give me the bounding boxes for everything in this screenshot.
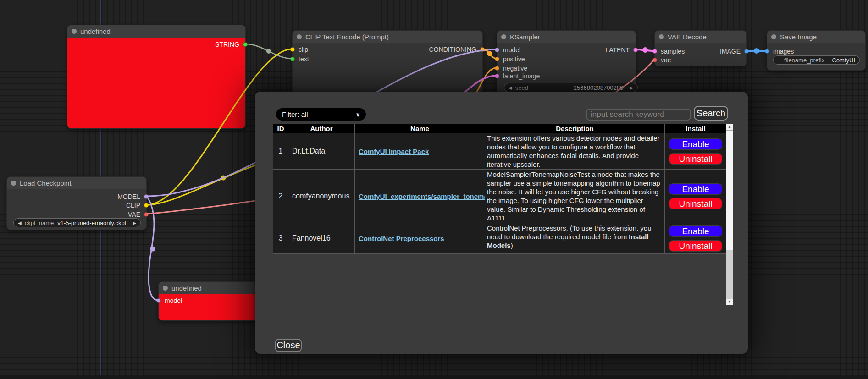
extension-link[interactable]: ComfyUI_experiments/sampler_tonemap xyxy=(359,192,485,200)
output-conditioning[interactable]: CONDITIONING xyxy=(429,46,482,53)
enable-button[interactable]: Enable xyxy=(669,183,722,195)
port-label: clip xyxy=(299,46,308,53)
extension-link[interactable]: ControlNet Preprocessors xyxy=(359,235,444,242)
input-model[interactable]: model xyxy=(497,46,520,54)
port-label: model xyxy=(503,46,520,54)
node-title-bar[interactable]: undefined xyxy=(67,25,245,38)
port-dot-image[interactable] xyxy=(744,49,749,54)
close-button[interactable]: Close xyxy=(275,339,302,352)
search-button[interactable]: Search xyxy=(694,106,728,121)
output-clip[interactable]: CLIP xyxy=(126,202,146,209)
node-title-bar[interactable]: VAE Decode xyxy=(655,31,746,43)
widget-increment-icon[interactable]: ▶ xyxy=(630,85,633,90)
input-clip[interactable]: clip xyxy=(293,46,308,53)
port-dot-model-out[interactable] xyxy=(144,194,149,199)
collapse-dot-icon[interactable] xyxy=(163,286,168,291)
port-dot-model[interactable] xyxy=(156,298,161,303)
port-dot-conditioning[interactable] xyxy=(480,47,485,52)
node-load-checkpoint[interactable]: Load Checkpoint MODEL CLIP VAE ◀ ckpt_na… xyxy=(6,176,147,230)
collapse-dot-icon[interactable] xyxy=(72,29,77,34)
output-image[interactable]: IMAGE xyxy=(720,48,746,55)
cell-id: 1 xyxy=(273,133,288,170)
port-dot-negative[interactable] xyxy=(495,66,499,71)
port-dot-clip-out[interactable] xyxy=(144,203,149,208)
widget-decrement-icon[interactable]: ◀ xyxy=(18,220,22,225)
node-title-bar[interactable]: Load Checkpoint xyxy=(7,177,146,189)
enable-button[interactable]: Enable xyxy=(669,225,722,237)
port-label: text xyxy=(299,55,309,63)
filter-select-label: Filter: all xyxy=(282,110,308,118)
filter-select[interactable]: Filter: all ∨ xyxy=(276,108,366,121)
input-vae[interactable]: vae xyxy=(655,56,671,64)
collapse-dot-icon[interactable] xyxy=(501,34,506,39)
input-text[interactable]: text xyxy=(293,55,309,63)
collapse-dot-icon[interactable] xyxy=(11,181,16,186)
output-string[interactable]: STRING xyxy=(215,41,245,48)
input-images[interactable]: images xyxy=(767,48,794,55)
node-vae-decode[interactable]: VAE Decode samples vae IMAGE xyxy=(654,30,747,66)
widget-label: seed xyxy=(515,84,528,91)
output-vae[interactable]: VAE xyxy=(128,211,146,218)
node-title-bar[interactable]: Save Image xyxy=(767,31,865,43)
port-dot-text[interactable] xyxy=(290,57,295,61)
node-ksampler[interactable]: KSampler model positive negative latent_… xyxy=(497,30,636,94)
input-samples[interactable]: samples xyxy=(655,48,685,55)
extension-table-body: 1Dr.Lt.DataComfyUI Impact PackThis exten… xyxy=(273,133,727,254)
port-label: IMAGE xyxy=(720,48,741,55)
uninstall-button[interactable]: Uninstall xyxy=(669,198,722,209)
port-dot-samples[interactable] xyxy=(652,49,657,54)
node-undefined-top[interactable]: undefined STRING xyxy=(67,25,246,129)
cell-author: Fannovel16 xyxy=(288,223,355,254)
cell-install: EnableUninstall xyxy=(665,133,727,170)
collapse-dot-icon[interactable] xyxy=(297,34,302,39)
ckpt-name-widget[interactable]: ◀ ckpt_name v1-5-pruned-emaonly.ckpt ▶ xyxy=(13,218,141,227)
collapse-dot-icon[interactable] xyxy=(771,34,776,39)
port-dot-latent-image[interactable] xyxy=(495,74,499,78)
port-dot-vae-out[interactable] xyxy=(144,212,149,217)
node-title-bar[interactable]: CLIP Text Encode (Prompt) xyxy=(293,31,482,43)
table-scrollbar[interactable]: ▲ ▼ xyxy=(726,124,733,305)
cell-id: 3 xyxy=(273,223,288,254)
scrollbar-down-icon[interactable]: ▼ xyxy=(726,299,733,305)
cell-id: 2 xyxy=(273,170,288,223)
node-save-image[interactable]: Save Image images filename_prefix ComfyU… xyxy=(767,30,866,71)
enable-button[interactable]: Enable xyxy=(669,138,722,150)
scrollbar-up-icon[interactable]: ▲ xyxy=(726,124,733,130)
node-clip-text-encode[interactable]: CLIP Text Encode (Prompt) clip text COND… xyxy=(292,30,483,94)
output-model[interactable]: MODEL xyxy=(117,193,146,200)
seed-widget[interactable]: ◀ seed 156680208700286 ▶ xyxy=(504,83,638,92)
extension-link[interactable]: ComfyUI Impact Pack xyxy=(359,148,429,155)
uninstall-button[interactable]: Uninstall xyxy=(669,153,722,165)
port-label: VAE xyxy=(128,211,140,218)
input-latent-image[interactable]: latent_image xyxy=(497,72,540,80)
port-label: negative xyxy=(503,65,527,72)
input-positive[interactable]: positive xyxy=(497,55,525,63)
input-negative[interactable]: negative xyxy=(497,65,527,72)
port-label: model xyxy=(165,297,182,304)
extension-manager-dialog: Filter: all ∨ Search IDAuthorNameDescrip… xyxy=(255,92,748,354)
node-title: undefined xyxy=(80,27,111,35)
collapse-dot-icon[interactable] xyxy=(659,34,664,39)
port-dot-string[interactable] xyxy=(243,42,248,47)
input-model[interactable]: model xyxy=(159,297,182,304)
scrollbar-thumb[interactable] xyxy=(726,130,733,250)
node-title: Load Checkpoint xyxy=(20,179,72,187)
search-input[interactable] xyxy=(586,109,691,121)
filename-prefix-widget[interactable]: filename_prefix ComfyUI xyxy=(773,55,860,65)
port-label: images xyxy=(773,48,794,55)
port-dot-vae[interactable] xyxy=(652,58,657,62)
column-header-name: Name xyxy=(355,124,485,133)
uninstall-button[interactable]: Uninstall xyxy=(669,240,722,252)
port-label: samples xyxy=(661,48,685,55)
widget-increment-icon[interactable]: ▶ xyxy=(133,220,136,225)
node-title: Save Image xyxy=(780,33,817,41)
port-dot-positive[interactable] xyxy=(495,57,499,61)
node-title-bar[interactable]: KSampler xyxy=(497,31,636,43)
table-row: 3Fannovel16ControlNet PreprocessorsContr… xyxy=(273,223,727,254)
port-dot-model[interactable] xyxy=(495,48,499,52)
port-dot-images[interactable] xyxy=(765,49,769,54)
widget-decrement-icon[interactable]: ◀ xyxy=(509,85,512,90)
output-latent[interactable]: LATENT xyxy=(605,46,636,54)
port-dot-clip[interactable] xyxy=(290,47,295,52)
port-dot-latent[interactable] xyxy=(633,48,638,52)
